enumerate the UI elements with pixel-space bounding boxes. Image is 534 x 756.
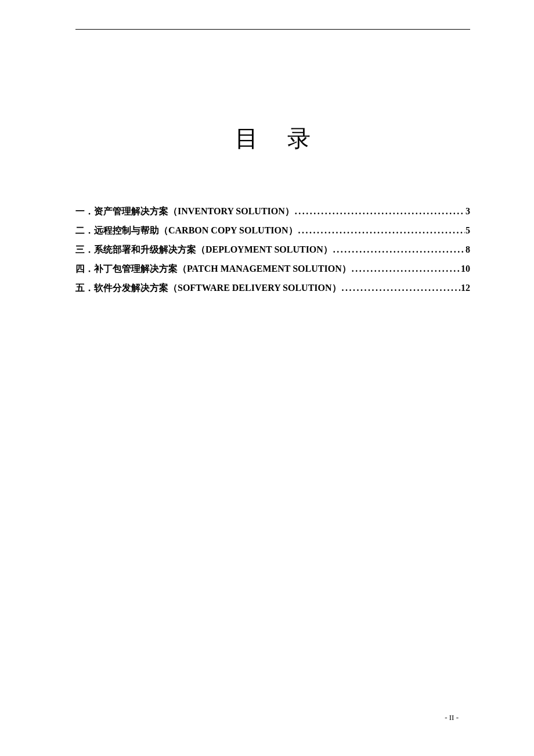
toc-entry-label: 五．软件分发解决方案（SOFTWARE DELIVERY SOLUTION）: [75, 283, 341, 293]
toc-entry-label: 三．系统部署和升级解决方案（DEPLOYMENT SOLUTION）: [75, 245, 333, 254]
title-char-1: 目: [235, 125, 287, 152]
toc-entry: 一．资产管理解决方案（INVENTORY SOLUTION） 3: [75, 207, 470, 216]
toc-leader-dots: [342, 283, 460, 293]
toc-leader-dots: [295, 207, 465, 216]
toc-entry-label: 二．远程控制与帮助（CARBON COPY SOLUTION）: [75, 226, 298, 235]
toc-entry: 三．系统部署和升级解决方案（DEPLOYMENT SOLUTION） 8: [75, 245, 470, 254]
toc-page-number: 5: [466, 226, 470, 235]
toc-entry: 二．远程控制与帮助（CARBON COPY SOLUTION） 5: [75, 226, 470, 235]
page-title: 目录: [75, 123, 470, 154]
toc-leader-dots: [352, 264, 460, 273]
toc-entry: 五．软件分发解决方案（SOFTWARE DELIVERY SOLUTION） 1…: [75, 283, 470, 293]
page-footer-number: - II -: [445, 713, 459, 722]
toc-page-number: 10: [461, 264, 470, 273]
toc-entry-label: 四．补丁包管理解决方案（PATCH MANAGEMENT SOLUTION）: [75, 264, 351, 273]
table-of-contents: 一．资产管理解决方案（INVENTORY SOLUTION） 3 二．远程控制与…: [75, 207, 470, 293]
toc-page-number: 8: [466, 245, 470, 254]
toc-leader-dots: [298, 226, 465, 235]
header-horizontal-rule: [75, 29, 470, 30]
document-page: 目录 一．资产管理解决方案（INVENTORY SOLUTION） 3 二．远程…: [0, 0, 534, 756]
toc-entry: 四．补丁包管理解决方案（PATCH MANAGEMENT SOLUTION） 1…: [75, 264, 470, 273]
toc-leader-dots: [333, 245, 465, 254]
title-char-2: 录: [287, 125, 340, 152]
toc-page-number: 3: [466, 207, 470, 216]
toc-page-number: 12: [461, 283, 470, 293]
toc-entry-label: 一．资产管理解决方案（INVENTORY SOLUTION）: [75, 207, 294, 216]
